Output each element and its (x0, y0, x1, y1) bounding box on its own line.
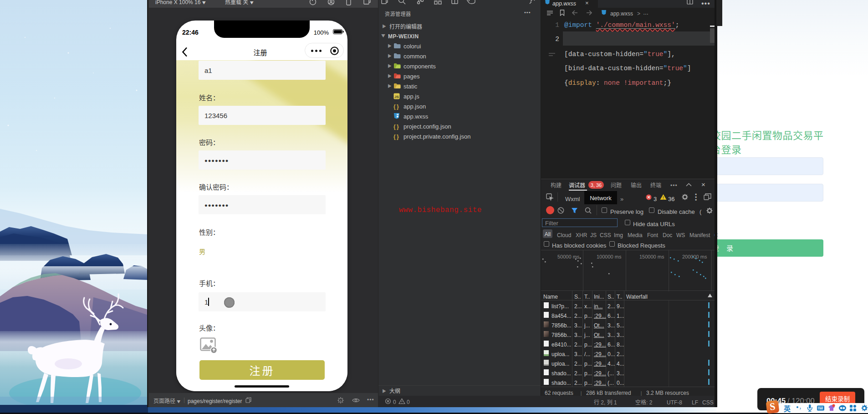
svg-text:JS: JS (394, 95, 399, 99)
svg-text:1: 1 (340, 398, 342, 403)
